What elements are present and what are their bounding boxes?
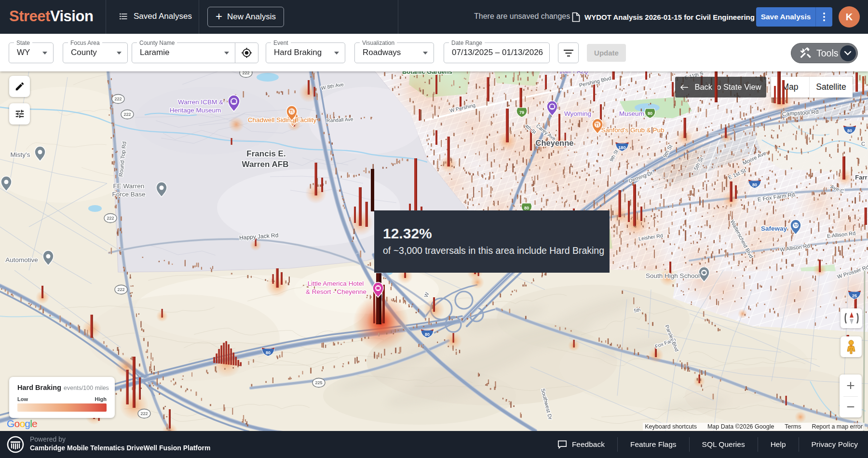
svg-text:79: 79 — [519, 110, 524, 115]
svg-text:222: 222 — [114, 97, 122, 101]
svg-text:Warren ICBM &: Warren ICBM & — [178, 98, 223, 106]
svg-text:Farr: Farr — [855, 174, 867, 181]
svg-text:South High School: South High School — [646, 272, 700, 279]
svg-text:222: 222 — [117, 287, 124, 292]
svg-text:80: 80 — [648, 111, 652, 116]
svg-text:Chadwell Siding Facility: Chadwell Siding Facility — [248, 116, 317, 124]
svg-text:222: 222 — [140, 411, 148, 416]
svg-text:Francis E.: Francis E. — [246, 149, 285, 158]
svg-text:222: 222 — [242, 71, 249, 75]
svg-text:Cheyenne: Cheyenne — [536, 139, 574, 147]
svg-text:Misty's: Misty's — [11, 151, 30, 158]
svg-text:222: 222 — [107, 216, 114, 221]
svg-text:C: C — [861, 141, 865, 147]
svg-text:& Resort - Cheyenne: & Resort - Cheyenne — [306, 288, 366, 295]
svg-text:180: 180 — [618, 145, 626, 150]
svg-text:Little America Hotel: Little America Hotel — [308, 280, 364, 287]
svg-text:80: 80 — [752, 182, 757, 187]
svg-text:Safeway: Safeway — [761, 225, 787, 232]
svg-text:16th + A2Q: 16th + A2Q — [559, 71, 588, 75]
svg-text:Sanford's Grub & Pub: Sanford's Grub & Pub — [601, 126, 665, 134]
svg-text:Museum: Museum — [619, 110, 644, 117]
svg-text:Heritage Museum: Heritage Museum — [170, 107, 221, 114]
svg-text:80: 80 — [425, 332, 430, 337]
svg-text:Wyoming: Wyoming — [564, 110, 591, 117]
svg-text:FE Warren: FE Warren — [113, 182, 145, 190]
svg-text:225: 225 — [315, 380, 322, 385]
svg-text:25: 25 — [852, 293, 857, 298]
svg-text:80: 80 — [524, 206, 529, 210]
svg-text:Botanic Gardens: Botanic Gardens — [402, 71, 452, 75]
svg-text:Automotive: Automotive — [5, 256, 38, 264]
svg-text:222: 222 — [123, 112, 131, 117]
svg-text:Force Base: Force Base — [112, 191, 145, 198]
svg-text:80: 80 — [847, 128, 852, 133]
svg-text:80: 80 — [266, 350, 271, 355]
svg-text:Warren AFB: Warren AFB — [242, 160, 289, 169]
